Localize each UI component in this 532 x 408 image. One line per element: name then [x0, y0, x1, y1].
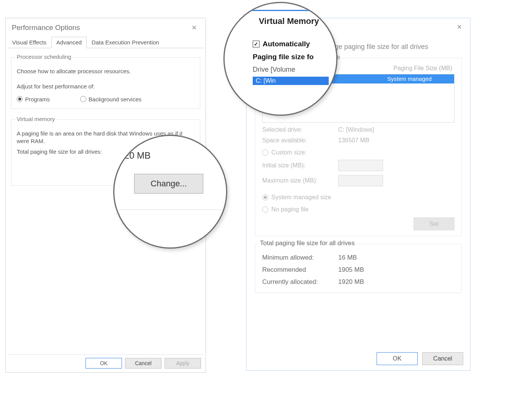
magnified-paging-label: Paging file size fo: [253, 53, 337, 61]
maximum-size-input: [338, 175, 383, 186]
adjust-label: Adjust for best performance of:: [17, 83, 195, 90]
tabs: Visual Effects Advanced Data Execution P…: [7, 36, 204, 48]
currently-allocated-label: Currently allocated:: [262, 278, 338, 286]
divider: [113, 210, 227, 210]
maximum-size-label: Maximum size (MB):: [262, 177, 338, 184]
currently-allocated-value: 1920 MB: [338, 278, 364, 286]
cancel-button[interactable]: Cancel: [422, 352, 463, 365]
active-window-border: [252, 10, 337, 11]
space-available-label: Space available:: [262, 137, 338, 144]
drive-row-size: System managed: [387, 74, 452, 83]
magnified-size-text: 20 MB: [113, 150, 227, 161]
radio-bg-label: Background services: [89, 96, 141, 102]
virtual-memory-title: Virtual memory: [15, 116, 57, 122]
magnified-auto-label: Automatically: [263, 40, 310, 48]
magnifier-lens-vm-title: Virtual Memory ✓ Automatically Paging fi…: [223, 2, 337, 116]
tab-advanced[interactable]: Advanced: [51, 37, 87, 48]
radio-dot-icon: [262, 194, 268, 200]
tab-visual-effects[interactable]: Visual Effects: [7, 37, 51, 48]
radio-dot-icon: [17, 96, 23, 102]
paging-size-header-label: Paging File Size (MB): [393, 65, 452, 72]
totals-group: Total paging file size for all drives Mi…: [255, 244, 462, 293]
radio-dot-icon: [262, 150, 268, 156]
selected-drive-label: Selected drive:: [262, 126, 338, 133]
radio-programs-label: Programs: [25, 96, 50, 102]
min-allowed-label: Minimum allowed:: [262, 254, 338, 261]
radio-custom-size: Custom size:: [262, 149, 454, 156]
radio-no-paging-file: No paging file: [262, 206, 454, 213]
ok-button[interactable]: OK: [86, 358, 122, 369]
change-button[interactable]: Change...: [134, 174, 203, 194]
performance-options-title: Performance Options: [12, 24, 80, 32]
apply-button: Apply: [165, 358, 201, 369]
radio-dot-icon: [262, 206, 268, 213]
processor-scheduling-group: Processor scheduling Choose how to alloc…: [11, 57, 200, 109]
recommended-label: Recommended: [262, 266, 338, 274]
no-paging-file-label: No paging file: [271, 206, 309, 213]
totals-title: Total paging file size for all drives: [258, 239, 356, 247]
magnified-selected-drive: C: [Win: [253, 77, 329, 85]
cancel-button[interactable]: Cancel: [125, 358, 162, 369]
space-available-value: 136507 MB: [338, 137, 369, 144]
close-icon[interactable]: ×: [189, 23, 200, 33]
processor-scheduling-desc: Choose how to allocate processor resourc…: [17, 68, 195, 75]
min-allowed-value: 16 MB: [338, 254, 357, 261]
initial-size-label: Initial size (MB):: [262, 162, 338, 169]
custom-size-label: Custom size:: [271, 149, 306, 156]
ok-button[interactable]: OK: [377, 352, 418, 365]
initial-size-input: [338, 160, 383, 171]
recommended-value: 1905 MB: [338, 266, 364, 274]
magnified-drive-header: Drive [Volume: [253, 66, 337, 74]
divider: [8, 354, 203, 355]
processor-scheduling-title: Processor scheduling: [15, 54, 73, 60]
radio-background-services[interactable]: Background services: [80, 96, 141, 102]
system-managed-label: System managed size: [271, 194, 331, 201]
selected-drive-value: C: [Windows]: [338, 126, 374, 133]
close-icon[interactable]: ×: [454, 22, 465, 32]
magnifier-lens-change: 20 MB Change...: [113, 135, 227, 249]
set-button: Set: [413, 217, 454, 230]
checkbox-icon: ✓: [253, 41, 260, 47]
radio-system-managed: System managed size: [262, 194, 454, 201]
radio-dot-icon: [80, 96, 86, 102]
tab-dep[interactable]: Data Execution Prevention: [87, 37, 164, 48]
radio-programs[interactable]: Programs: [17, 96, 50, 102]
